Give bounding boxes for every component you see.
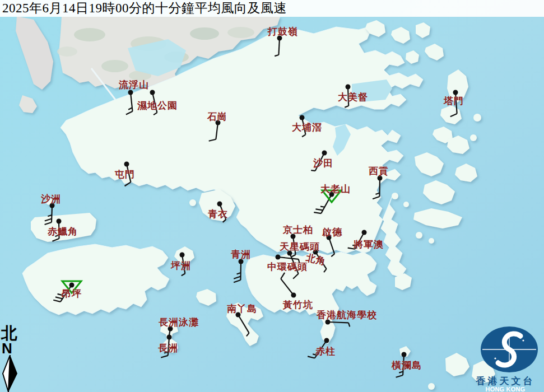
hko-logo: 香港天文台 HONG KONG OBSERVATORY <box>467 325 544 392</box>
north-compass: 北 N <box>1 325 20 392</box>
hko-logo-icon <box>467 325 544 373</box>
station-label-cheung-chau-beach: 長洲泳灘 <box>159 316 199 329</box>
station-label-sai-kung: 西貢 <box>369 165 389 178</box>
compass-north-chinese: 北 <box>1 325 20 342</box>
map-title: 2025年6月14日19時00分的十分鐘平均風向及風速 <box>0 0 544 17</box>
station-label-wong-chuk-hang: 黃竹坑 <box>283 298 313 311</box>
hko-name-chinese: 香港天文台 <box>467 376 544 386</box>
hko-name-english: HONG KONG OBSERVATORY <box>467 386 544 392</box>
station-label-sha-chau: 沙洲 <box>41 193 61 206</box>
station-label-wetland-park: 濕地公園 <box>137 99 178 112</box>
station-label-central-pier: 中環碼頭 <box>267 260 308 273</box>
station-label-hk-sea-school: 香港航海學校 <box>317 309 377 321</box>
station-label-peng-chau: 坪洲 <box>171 259 191 272</box>
station-label-sha-tin: 沙田 <box>313 157 333 170</box>
hong-kong-map <box>0 0 544 392</box>
station-label-waglan-island: 橫瀾島 <box>392 359 422 372</box>
compass-north-letter: N <box>2 342 20 355</box>
station-label-tai-mei-tuk: 大美督 <box>338 91 368 104</box>
station-label-lamma-island: 南丫島 <box>227 302 257 315</box>
station-label-ngong-ping: 昂坪 <box>62 287 82 300</box>
station-label-tuen-mun: 屯門 <box>115 168 135 181</box>
station-label-tsing-yi: 青衣 <box>208 208 228 221</box>
station-label-chek-lap-kok: 赤鱲角 <box>48 225 78 238</box>
station-label-cheung-chau: 長洲 <box>158 342 178 354</box>
station-label-tseung-kwan-o: 將軍澳 <box>354 238 384 251</box>
title-bar: 2025年6月14日19時00分的十分鐘平均風向及風速 <box>0 0 544 17</box>
station-label-tap-mun: 塔門 <box>444 95 464 108</box>
north-arrow-icon <box>1 355 19 392</box>
station-label-kings-park: 京士柏 <box>283 223 313 236</box>
station-label-green-island: 青洲 <box>231 248 251 261</box>
station-label-kai-tak: 啟德 <box>322 226 342 239</box>
station-label-tai-po-kau: 大埔滘 <box>292 121 322 134</box>
station-label-star-ferry-pier: 天星碼頭 <box>280 240 320 253</box>
station-label-ta-kwu-ling: 打鼓嶺 <box>268 25 298 38</box>
station-label-shek-kong: 石崗 <box>207 110 227 123</box>
station-label-stanley: 赤柱 <box>315 345 336 358</box>
station-label-tates-cairn: 大老山 <box>320 183 351 195</box>
wind-map-page: { "title": "2025年6月14日19時00分的十分鐘平均風向及風速"… <box>0 0 544 392</box>
station-label-lau-fau-shan: 流浮山 <box>119 78 149 91</box>
